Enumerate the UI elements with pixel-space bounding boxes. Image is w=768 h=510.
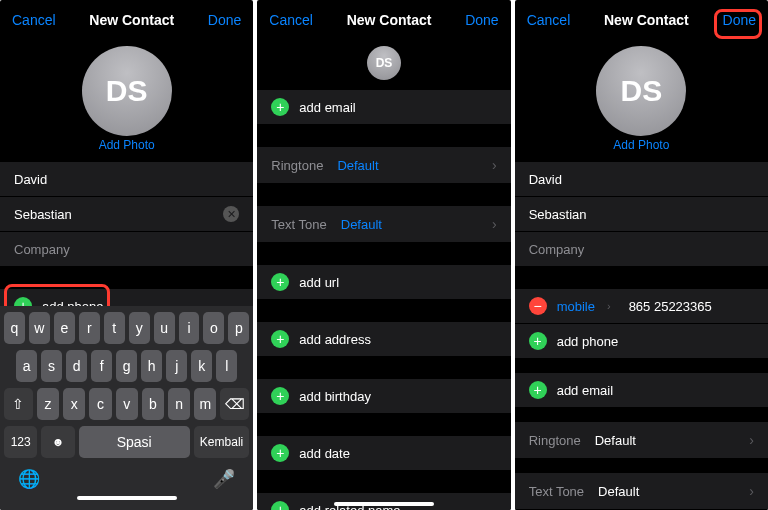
- key-return[interactable]: Kembali: [194, 426, 250, 458]
- chevron-right-icon: ›: [749, 483, 754, 499]
- texttone-value: Default: [598, 484, 639, 499]
- key-backspace[interactable]: ⌫: [220, 388, 249, 420]
- cancel-button[interactable]: Cancel: [527, 12, 571, 28]
- texttone-value: Default: [341, 217, 382, 232]
- add-address-label: add address: [299, 332, 371, 347]
- key-emoji[interactable]: ☻: [41, 426, 74, 458]
- ringtone-label: Ringtone: [529, 433, 581, 448]
- key-w[interactable]: w: [29, 312, 50, 344]
- ringtone-value: Default: [337, 158, 378, 173]
- avatar[interactable]: DS: [367, 46, 401, 80]
- add-birthday-row[interactable]: + add birthday: [257, 379, 510, 414]
- plus-icon: +: [271, 444, 289, 462]
- key-p[interactable]: p: [228, 312, 249, 344]
- chevron-right-icon: ›: [749, 432, 754, 448]
- screenshot-2: Cancel New Contact Done DS + add email R…: [257, 0, 510, 510]
- key-z[interactable]: z: [37, 388, 59, 420]
- done-button[interactable]: Done: [723, 12, 756, 28]
- key-c[interactable]: c: [89, 388, 111, 420]
- key-e[interactable]: e: [54, 312, 75, 344]
- add-photo-button[interactable]: Add Photo: [0, 138, 253, 152]
- key-g[interactable]: g: [116, 350, 137, 382]
- ringtone-row[interactable]: Ringtone Default ›: [515, 422, 768, 459]
- texttone-row[interactable]: Text Tone Default ›: [257, 206, 510, 243]
- add-birthday-label: add birthday: [299, 389, 371, 404]
- add-email-label: add email: [299, 100, 355, 115]
- add-email-label: add email: [557, 383, 613, 398]
- key-i[interactable]: i: [179, 312, 200, 344]
- clear-text-icon[interactable]: ✕: [223, 206, 239, 222]
- avatar[interactable]: DS: [596, 46, 686, 136]
- add-address-row[interactable]: + add address: [257, 322, 510, 357]
- phone-number-value[interactable]: 865 25223365: [629, 299, 712, 314]
- add-email-row[interactable]: + add email: [515, 373, 768, 408]
- last-name-field[interactable]: Sebastian ✕: [0, 197, 253, 232]
- screenshot-3: Cancel New Contact Done DS Add Photo Dav…: [515, 0, 768, 510]
- key-shift[interactable]: ⇧: [4, 388, 33, 420]
- page-title: New Contact: [347, 12, 432, 28]
- phone-entry-row[interactable]: − mobile › 865 25223365: [515, 289, 768, 324]
- minus-icon[interactable]: −: [529, 297, 547, 315]
- texttone-row[interactable]: Text Tone Default ›: [515, 473, 768, 510]
- add-email-row[interactable]: + add email: [257, 90, 510, 125]
- done-button[interactable]: Done: [208, 12, 241, 28]
- ringtone-label: Ringtone: [271, 158, 323, 173]
- add-date-row[interactable]: + add date: [257, 436, 510, 471]
- first-name-field[interactable]: David: [515, 162, 768, 197]
- key-space[interactable]: Spasi: [79, 426, 190, 458]
- plus-icon: +: [271, 501, 289, 510]
- add-photo-button[interactable]: Add Photo: [515, 138, 768, 152]
- plus-icon: +: [271, 273, 289, 291]
- avatar[interactable]: DS: [82, 46, 172, 136]
- key-123[interactable]: 123: [4, 426, 37, 458]
- done-button[interactable]: Done: [465, 12, 498, 28]
- add-url-label: add url: [299, 275, 339, 290]
- mic-icon[interactable]: 🎤: [213, 468, 235, 490]
- add-phone-label: add phone: [557, 334, 618, 349]
- company-field[interactable]: Company: [515, 232, 768, 267]
- plus-icon: +: [271, 330, 289, 348]
- globe-icon[interactable]: 🌐: [18, 468, 40, 490]
- key-y[interactable]: y: [129, 312, 150, 344]
- cancel-button[interactable]: Cancel: [12, 12, 56, 28]
- texttone-label: Text Tone: [271, 217, 326, 232]
- plus-icon: +: [529, 332, 547, 350]
- key-n[interactable]: n: [168, 388, 190, 420]
- keyboard[interactable]: q w e r t y u i o p a s d f g h j k l: [0, 306, 253, 510]
- key-r[interactable]: r: [79, 312, 100, 344]
- chevron-right-icon: ›: [607, 300, 611, 312]
- ringtone-value: Default: [595, 433, 636, 448]
- key-j[interactable]: j: [166, 350, 187, 382]
- plus-icon: +: [271, 387, 289, 405]
- texttone-label: Text Tone: [529, 484, 584, 499]
- key-f[interactable]: f: [91, 350, 112, 382]
- key-q[interactable]: q: [4, 312, 25, 344]
- key-b[interactable]: b: [142, 388, 164, 420]
- home-indicator: [77, 496, 177, 500]
- key-d[interactable]: d: [66, 350, 87, 382]
- key-a[interactable]: a: [16, 350, 37, 382]
- add-url-row[interactable]: + add url: [257, 265, 510, 300]
- key-u[interactable]: u: [154, 312, 175, 344]
- plus-icon: +: [271, 98, 289, 116]
- key-t[interactable]: t: [104, 312, 125, 344]
- key-v[interactable]: v: [116, 388, 138, 420]
- key-m[interactable]: m: [194, 388, 216, 420]
- last-name-field[interactable]: Sebastian: [515, 197, 768, 232]
- key-h[interactable]: h: [141, 350, 162, 382]
- phone-type-label[interactable]: mobile: [557, 299, 595, 314]
- company-field[interactable]: Company: [0, 232, 253, 267]
- navbar: Cancel New Contact Done: [257, 0, 510, 40]
- plus-icon: +: [529, 381, 547, 399]
- add-phone-row[interactable]: + add phone: [515, 324, 768, 359]
- first-name-field[interactable]: David: [0, 162, 253, 197]
- key-x[interactable]: x: [63, 388, 85, 420]
- key-o[interactable]: o: [203, 312, 224, 344]
- home-indicator: [334, 502, 434, 506]
- ringtone-row[interactable]: Ringtone Default ›: [257, 147, 510, 184]
- key-k[interactable]: k: [191, 350, 212, 382]
- key-l[interactable]: l: [216, 350, 237, 382]
- navbar: Cancel New Contact Done: [0, 0, 253, 40]
- key-s[interactable]: s: [41, 350, 62, 382]
- cancel-button[interactable]: Cancel: [269, 12, 313, 28]
